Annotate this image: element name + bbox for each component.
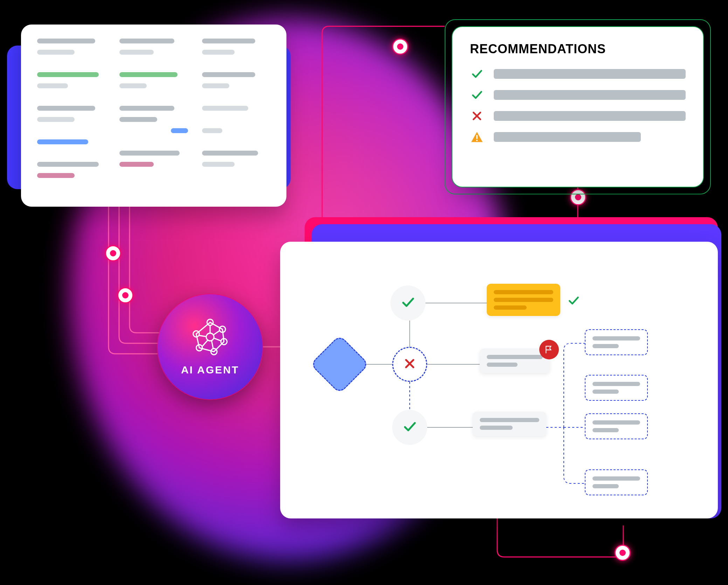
- workflow-result: [585, 469, 648, 495]
- check-icon: [401, 295, 415, 311]
- check-icon: [402, 419, 417, 435]
- workflow-node-pass: [392, 410, 427, 445]
- recommendation-item: [470, 109, 686, 123]
- decision-node: [310, 335, 369, 394]
- ai-agent-node: AI AGENT: [158, 294, 263, 399]
- data-column-3: [202, 39, 270, 178]
- workflow-result: [585, 329, 648, 355]
- neural-network-icon: [191, 318, 229, 358]
- check-icon: [470, 88, 484, 102]
- workflow-result: [585, 375, 648, 401]
- connection-port: [117, 287, 133, 303]
- connection-port: [105, 245, 121, 261]
- recommendations-card: RECOMMENDATIONS: [452, 26, 704, 187]
- recommendation-item: [470, 130, 686, 144]
- ai-agent-label: AI AGENT: [181, 364, 239, 376]
- x-icon: [402, 356, 417, 372]
- workflow-card: [280, 242, 718, 518]
- workflow-note-flagged: [480, 349, 550, 373]
- data-column-1: [37, 39, 105, 178]
- workflow-node-fail: [392, 347, 427, 382]
- warning-icon: [470, 130, 484, 144]
- x-icon: [470, 109, 484, 123]
- recommendations-title: RECOMMENDATIONS: [470, 42, 686, 56]
- connection-port: [615, 545, 631, 561]
- data-column-2: [119, 39, 188, 178]
- workflow-node-pass: [390, 285, 425, 321]
- check-icon: [567, 294, 580, 308]
- data-table-card: [21, 25, 286, 207]
- check-icon: [470, 67, 484, 81]
- recommendation-item: [470, 67, 686, 81]
- workflow-note-warning: [487, 284, 560, 316]
- workflow-note: [473, 412, 546, 436]
- connection-port: [392, 39, 408, 55]
- flag-badge: [539, 340, 559, 359]
- svg-point-6: [206, 333, 214, 341]
- workflow-result: [585, 413, 648, 439]
- recommendation-item: [470, 88, 686, 102]
